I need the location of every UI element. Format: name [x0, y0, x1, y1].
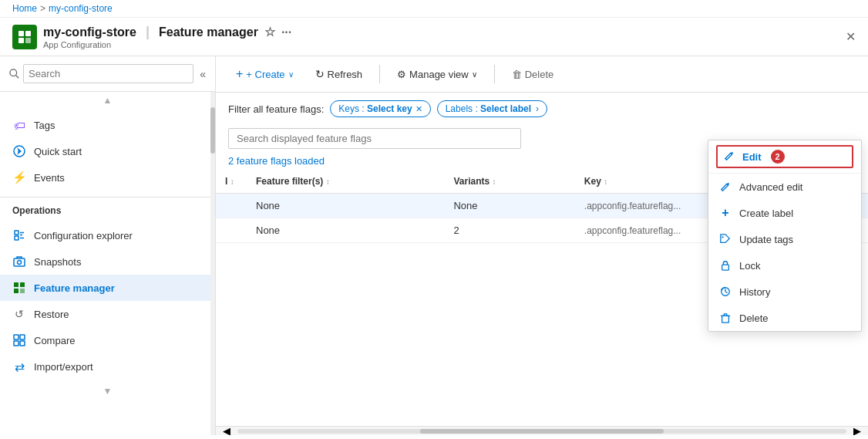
sort-icon-i[interactable]: ↕: [230, 177, 234, 186]
sidebar-item-import-export[interactable]: ⇄ Import/export: [0, 353, 215, 380]
svg-point-4: [10, 69, 17, 76]
advanced-edit-icon: [719, 181, 732, 193]
delete-trash-icon: 🗑: [512, 69, 522, 80]
svg-rect-0: [19, 31, 24, 36]
label-filter-text: Labels : Select label: [446, 103, 531, 114]
context-menu-delete[interactable]: Delete: [708, 305, 861, 331]
search-icon: [9, 69, 20, 79]
create-plus-icon: +: [236, 67, 243, 81]
sidebar-item-label: Feature manager: [34, 282, 115, 294]
edit-pencil-icon: [724, 150, 735, 164]
sort-icon-ff[interactable]: ↕: [326, 177, 330, 186]
sidebar-search-input[interactable]: [23, 64, 193, 83]
sidebar-item-restore[interactable]: ↺ Restore: [0, 301, 215, 327]
svg-rect-16: [14, 289, 19, 293]
history-icon: [719, 285, 732, 298]
context-menu-update-tags[interactable]: Update tags: [708, 226, 861, 252]
sidebar-item-quick-start[interactable]: Quick start: [0, 138, 215, 164]
key-filter-pill[interactable]: Keys : Select key ✕: [330, 100, 430, 117]
svg-rect-20: [14, 341, 19, 346]
lock-icon: [719, 259, 732, 272]
col-header-indicator: I ↕: [216, 170, 247, 194]
refresh-label: Refresh: [328, 69, 363, 80]
header-ellipsis-icon[interactable]: ···: [281, 25, 291, 39]
svg-point-13: [18, 261, 22, 265]
toolbar-separator-1: [379, 65, 380, 83]
sidebar-section-operations: Operations: [0, 197, 215, 219]
breadcrumb-current: my-config-store: [49, 3, 113, 14]
manage-view-caret-icon: ∨: [472, 70, 477, 79]
context-menu-history[interactable]: History: [708, 279, 861, 305]
store-name: my-config-store: [43, 25, 136, 39]
sidebar-item-compare[interactable]: Compare: [0, 327, 215, 353]
row-feature-filter: None: [247, 194, 444, 218]
col-header-variants: Variants ↕: [444, 170, 574, 194]
tags-icon: 🏷: [12, 118, 26, 132]
close-button[interactable]: ✕: [846, 29, 856, 44]
label-filter-pill[interactable]: Labels : Select label ›: [437, 100, 547, 117]
edit-badge: 2: [771, 150, 785, 164]
sidebar-item-events[interactable]: ⚡ Events: [0, 164, 215, 191]
svg-rect-17: [20, 289, 25, 293]
delete-icon: [719, 312, 732, 324]
breadcrumb-home[interactable]: Home: [12, 3, 37, 14]
svg-rect-21: [20, 341, 25, 346]
create-button[interactable]: + + Create ∨: [228, 62, 301, 86]
sidebar-item-label: Events: [34, 172, 65, 184]
sidebar-item-label: Import/export: [34, 361, 93, 373]
sidebar-item-label: Quick start: [34, 146, 82, 157]
context-menu-edit[interactable]: Edit 2: [708, 140, 861, 174]
create-label-text: Create label: [739, 208, 793, 219]
col-header-feature-filters: Feature filter(s) ↕: [247, 170, 444, 194]
snapshots-icon: [12, 255, 26, 268]
key-filter-remove-icon[interactable]: ✕: [415, 104, 422, 114]
feature-search-input[interactable]: [228, 128, 521, 149]
horizontal-scrollbar[interactable]: ◀ ▶: [216, 426, 868, 435]
scroll-up-arrow[interactable]: ▲: [0, 92, 215, 109]
app-icon: [12, 25, 37, 49]
sidebar-item-tags[interactable]: 🏷 Tags: [0, 112, 215, 138]
sidebar-item-label: Restore: [34, 309, 69, 320]
breadcrumb-separator: >: [40, 3, 45, 14]
row-variants: None: [444, 194, 574, 218]
toolbar-separator-2: [494, 65, 495, 83]
sort-icon-v[interactable]: ↕: [493, 177, 496, 186]
context-menu-create-label[interactable]: + Create label: [708, 200, 861, 226]
delete-button[interactable]: 🗑 Delete: [504, 64, 562, 85]
restore-icon: ↺: [12, 307, 26, 321]
manage-view-button[interactable]: ⚙ Manage view ∨: [389, 64, 485, 85]
svg-rect-18: [14, 335, 19, 339]
scroll-down-arrow[interactable]: ▼: [0, 383, 215, 400]
sidebar-item-label: Tags: [34, 120, 55, 131]
config-explorer-icon: [12, 228, 26, 242]
svg-rect-8: [15, 236, 19, 240]
sidebar-item-label: Compare: [34, 335, 75, 346]
collapse-sidebar-button[interactable]: «: [200, 68, 206, 80]
sort-icon-k[interactable]: ↕: [604, 177, 607, 186]
label-filter-more-icon[interactable]: ›: [536, 103, 539, 114]
row-feature-filter: None: [247, 218, 444, 243]
svg-rect-25: [722, 316, 729, 322]
filter-label: Filter all feature flags:: [228, 103, 324, 115]
key-filter-text: Keys : Select key: [338, 103, 412, 114]
scrollbar-thumb[interactable]: [420, 429, 664, 434]
refresh-icon: ↻: [315, 68, 325, 80]
create-label: + Create: [246, 69, 284, 80]
context-menu-lock[interactable]: Lock: [708, 252, 861, 279]
sidebar-item-snapshots[interactable]: Snapshots: [0, 248, 215, 275]
refresh-button[interactable]: ↻ Refresh: [308, 63, 371, 85]
update-tags-icon: [719, 233, 732, 245]
compare-icon: [12, 333, 26, 347]
manage-view-gear-icon: ⚙: [397, 69, 406, 80]
star-icon[interactable]: ☆: [264, 25, 275, 39]
sidebar-item-feature-manager[interactable]: Feature manager: [0, 275, 215, 301]
lock-label: Lock: [739, 260, 760, 272]
sidebar-item-configuration-explorer[interactable]: Configuration explorer: [0, 222, 215, 248]
context-menu-advanced-edit[interactable]: Advanced edit: [708, 174, 861, 200]
sidebar-item-label: Configuration explorer: [34, 230, 133, 241]
page-title: Feature manager: [159, 25, 258, 39]
svg-line-5: [16, 75, 19, 78]
create-label-icon: +: [719, 207, 732, 219]
row-indicator: [216, 194, 247, 218]
events-icon: ⚡: [12, 171, 26, 184]
